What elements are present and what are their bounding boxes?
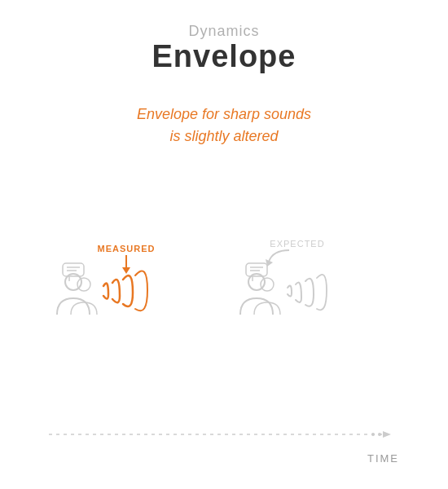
subtitle-text: Envelope for sharp sounds is slightly al… bbox=[137, 104, 311, 148]
svg-point-18 bbox=[378, 433, 381, 436]
diagram-svg: MEASURED EXPECTED bbox=[29, 192, 419, 388]
subtitle-line2: is slightly altered bbox=[137, 126, 311, 148]
envelope-title: Envelope bbox=[152, 40, 296, 74]
timeline-area: TIME bbox=[0, 425, 448, 465]
diagram-area: MEASURED EXPECTED bbox=[0, 156, 448, 425]
svg-point-13 bbox=[261, 278, 274, 291]
expected-label: EXPECTED bbox=[270, 239, 324, 249]
header-section: Dynamics Envelope bbox=[152, 23, 296, 74]
subtitle-line1: Envelope for sharp sounds bbox=[137, 104, 311, 126]
measured-label: MEASURED bbox=[98, 244, 156, 253]
svg-point-17 bbox=[371, 433, 375, 436]
timeline-svg bbox=[41, 425, 407, 449]
svg-point-5 bbox=[77, 278, 90, 291]
svg-marker-7 bbox=[122, 267, 130, 274]
svg-marker-16 bbox=[383, 431, 391, 438]
dynamics-title: Dynamics bbox=[152, 23, 296, 40]
time-label: TIME bbox=[367, 452, 399, 465]
